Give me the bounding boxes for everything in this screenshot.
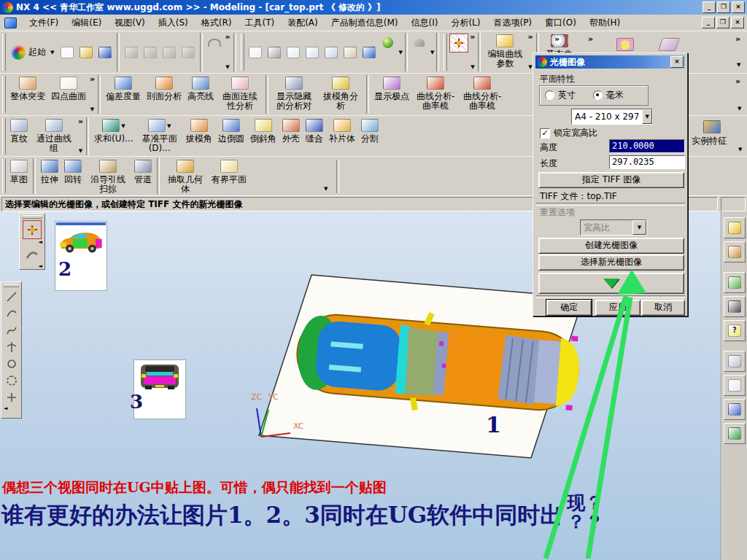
- open-file-button[interactable]: [77, 44, 95, 61]
- toolbar-overflow[interactable]: »: [735, 34, 740, 44]
- dashed-circle-button[interactable]: [4, 373, 19, 389]
- height-input[interactable]: 210.0000: [609, 139, 685, 153]
- menu-item-7[interactable]: 装配(A): [281, 15, 325, 31]
- spline-button[interactable]: [4, 322, 19, 338]
- flyout-arrow[interactable]: ◄: [20, 264, 44, 269]
- instance-feature-button[interactable]: 实例特征: [692, 135, 727, 147]
- toolbar-more[interactable]: ▼: [738, 106, 741, 112]
- sweep-along-guide-button[interactable]: 沿导引线扫掠: [85, 157, 131, 195]
- menu-item-1[interactable]: 文件(F): [23, 15, 65, 31]
- menu-item-13[interactable]: 帮助(H): [583, 15, 627, 31]
- curve-snap-button[interactable]: [23, 246, 41, 263]
- radio-inch[interactable]: 英寸: [545, 89, 576, 101]
- start-menu-button[interactable]: 起始 ▼: [7, 31, 58, 73]
- apply-button[interactable]: 应用: [595, 300, 640, 316]
- toolbar-more[interactable]: ▼: [737, 62, 740, 68]
- shell-button[interactable]: 外壳: [279, 116, 303, 157]
- global-shaping-button[interactable]: 整体突变: [7, 74, 48, 115]
- web-browser-tab[interactable]: [724, 272, 746, 293]
- draft-analysis-button[interactable]: 拔模角分析: [317, 74, 364, 115]
- menu-item-11[interactable]: 首选项(P): [487, 15, 538, 31]
- deviation-gauge-button[interactable]: 偏差度量: [103, 74, 144, 115]
- new-file-button[interactable]: [58, 44, 76, 61]
- sketch-button[interactable]: 草图: [7, 157, 31, 195]
- notes-tab[interactable]: [724, 375, 746, 396]
- cut-button[interactable]: [123, 44, 140, 61]
- menu-item-10[interactable]: 分析(L): [444, 15, 487, 31]
- select-new-raster-button[interactable]: 选择新光栅图像: [538, 254, 684, 271]
- menu-item-8[interactable]: 产品制造信息(M): [325, 15, 405, 31]
- datum-plane-button[interactable]: ▼基准平面(D)...: [136, 116, 183, 157]
- child-minimize-button[interactable]: _: [702, 17, 715, 28]
- draft-button[interactable]: 拔模角: [183, 116, 215, 157]
- part-navigator-tab[interactable]: [724, 241, 746, 262]
- undo-button[interactable]: [206, 34, 223, 51]
- show-hidden-analysis-button[interactable]: 显示隐藏的分析对: [271, 74, 317, 115]
- line-button[interactable]: [4, 289, 19, 305]
- chamfer-button[interactable]: 倒斜角: [247, 116, 279, 157]
- extract-geometry-button[interactable]: 抽取几何体: [162, 157, 209, 195]
- sheet-icon[interactable]: [658, 38, 680, 51]
- toolbar-overflow[interactable]: »: [554, 34, 560, 44]
- zoom-in-out-button[interactable]: [303, 44, 321, 61]
- dialog-close-button[interactable]: ×: [670, 56, 684, 68]
- menu-item-2[interactable]: 编辑(E): [65, 15, 108, 31]
- point-on-curve-button[interactable]: [23, 220, 42, 239]
- rotate-view-button[interactable]: [322, 44, 340, 61]
- edit-curve-params-button[interactable]: 编辑曲线参数: [483, 31, 527, 73]
- menu-item-9[interactable]: 信息(I): [404, 15, 444, 31]
- circle-point-button[interactable]: [4, 356, 19, 372]
- snap-point-button[interactable]: [449, 34, 468, 52]
- revolve-button[interactable]: 回转: [61, 157, 85, 195]
- menu-item-12[interactable]: 窗口(O): [538, 15, 583, 31]
- flyout-arrow[interactable]: ◄: [1, 406, 21, 411]
- save-button[interactable]: [96, 44, 114, 61]
- toolbar-overflow[interactable]: » ▼: [469, 31, 476, 73]
- ruled-button[interactable]: 直纹: [7, 116, 31, 157]
- zoom-window-button[interactable]: [285, 44, 302, 61]
- toolbar-overflow[interactable]: »: [735, 77, 740, 86]
- menu-item-3[interactable]: 视图(V): [108, 15, 152, 31]
- curve-analysis-comb2-button[interactable]: 曲线分析-曲率梳: [459, 74, 506, 115]
- dialog-titlebar[interactable]: 光栅图像 ×: [535, 55, 685, 69]
- menu-item-5[interactable]: 格式(R): [195, 15, 239, 31]
- help-tab[interactable]: ?: [724, 320, 746, 341]
- minimize-button[interactable]: _: [703, 1, 716, 13]
- toolbar-more[interactable]: ▼: [324, 186, 328, 192]
- lock-aspect-checkbox[interactable]: ✓ 锁定宽高比: [540, 127, 597, 139]
- delete-button[interactable]: [179, 44, 197, 61]
- highlight-lines-button[interactable]: 高亮线: [185, 74, 217, 115]
- unite-button[interactable]: ▼求和(U)...: [91, 116, 136, 157]
- section-analysis-button[interactable]: 剖面分析: [144, 74, 185, 115]
- sew-button[interactable]: 缝合: [303, 116, 326, 157]
- toolbar-grip[interactable]: [4, 284, 19, 287]
- visualization-button[interactable]: [411, 34, 428, 51]
- rear-view-thumbnail[interactable]: 3: [133, 359, 186, 419]
- child-restore-button[interactable]: ❐: [716, 17, 729, 28]
- create-raster-button[interactable]: 创建光栅图像: [538, 238, 684, 254]
- side-view-thumbnail[interactable]: 2: [55, 221, 107, 291]
- toolbar-more[interactable]: ▼: [738, 147, 742, 152]
- ok-button[interactable]: 确定: [546, 300, 592, 316]
- history-tab[interactable]: [724, 351, 746, 372]
- contacts-tab[interactable]: [724, 423, 746, 444]
- split-button[interactable]: 分割: [358, 116, 382, 157]
- tools-tab[interactable]: [724, 399, 746, 420]
- edge-blend-button[interactable]: 边倒圆: [215, 116, 247, 157]
- toolbar-overflow[interactable]: »▼: [77, 116, 84, 157]
- toolbar-overflow[interactable]: »▼: [89, 74, 96, 115]
- visualization-more[interactable]: ▼: [430, 50, 434, 55]
- through-curves-button[interactable]: 通过曲线组: [31, 116, 77, 157]
- menu-item-6[interactable]: 工具(T): [238, 15, 281, 31]
- toolbar-grip[interactable]: [22, 215, 42, 219]
- toolbar-grip[interactable]: [2, 118, 6, 155]
- fit-view-button[interactable]: [266, 44, 283, 61]
- toolbar-grip[interactable]: [444, 34, 447, 71]
- arc-button[interactable]: [4, 306, 19, 322]
- refresh-view-button[interactable]: [247, 44, 264, 61]
- toolbar-overflow[interactable]: »: [588, 34, 593, 44]
- flyout-arrow[interactable]: ◄: [20, 240, 44, 245]
- paper-size-dropdown[interactable]: A4 - 210 x 297 ▼: [571, 109, 653, 125]
- patch-button[interactable]: 补片体: [326, 116, 358, 157]
- toolbar-grip[interactable]: [2, 159, 6, 193]
